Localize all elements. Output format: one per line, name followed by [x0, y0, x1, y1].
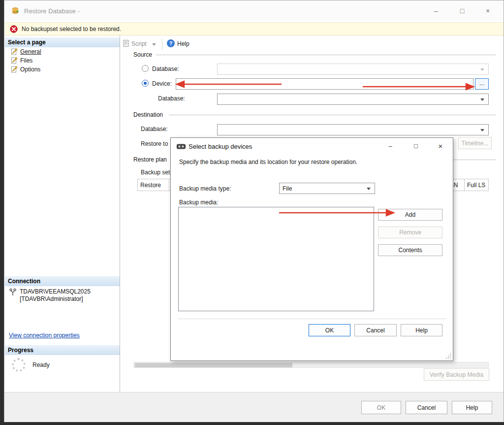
destination-database-combo[interactable]: [217, 124, 489, 135]
backup-media-type-combo[interactable]: File: [279, 183, 375, 194]
remove-button[interactable]: Remove: [378, 227, 442, 238]
chevron-down-icon: [480, 129, 484, 131]
script-button[interactable]: Script: [131, 40, 147, 47]
destination-group-line: [169, 115, 496, 115]
backup-device-icon: [177, 143, 186, 151]
restore-database-icon: [11, 7, 19, 15]
restore-database-window: Restore Database - – □ × No backupset se…: [4, 0, 504, 422]
select-backup-devices-dialog: Select backup devices – □ × Specify the …: [170, 137, 453, 361]
dialog-description: Specify the backup media and its locatio…: [179, 159, 435, 165]
window-title: Restore Database -: [24, 7, 80, 15]
column-header-restore[interactable]: Restore: [138, 179, 169, 191]
source-database-combo[interactable]: [217, 64, 489, 75]
title-bar: Restore Database - – □ ×: [4, 0, 504, 21]
warning-message: No backupset selected to be restored.: [22, 26, 121, 33]
footer-bar: OK Cancel Help: [4, 392, 504, 422]
minimize-button[interactable]: –: [425, 3, 447, 18]
select-a-page-header: Select a page: [5, 37, 120, 47]
help-icon: ?: [167, 39, 175, 47]
sidebar-item-options[interactable]: Options: [5, 65, 120, 74]
progress-header: Progress: [5, 345, 120, 355]
dialog-close-button[interactable]: ×: [431, 140, 450, 153]
view-connection-properties-link[interactable]: View connection properties: [9, 332, 80, 339]
dialog-title: Select backup devices: [189, 143, 252, 150]
chevron-down-icon: [480, 68, 484, 71]
backup-media-type-value: File: [283, 185, 292, 192]
page-icon: [11, 48, 18, 57]
help-button-footer[interactable]: Help: [452, 401, 492, 414]
ok-button[interactable]: OK: [361, 401, 401, 414]
verify-backup-media-button[interactable]: Verify Backup Media: [424, 368, 489, 381]
progress-status: Ready: [32, 361, 50, 368]
backup-media-type-label: Backup media type:: [179, 185, 231, 192]
sidebar-item-label: Files: [20, 57, 32, 64]
progress-spinner-icon: [12, 358, 26, 372]
toolbar-separator: [162, 39, 162, 50]
source-group-line: [156, 55, 496, 55]
page-icon: [11, 57, 18, 65]
source-group-label: Source: [133, 51, 152, 58]
sidebar-item-general[interactable]: General: [5, 48, 120, 57]
dialog-ok-button[interactable]: OK: [309, 324, 350, 336]
sidebar-item-label: General: [20, 48, 41, 55]
add-button[interactable]: Add: [378, 209, 442, 221]
destination-database-label: Database:: [141, 126, 168, 132]
close-button[interactable]: ×: [477, 3, 499, 18]
browse-devices-button[interactable]: ...: [475, 78, 489, 90]
backup-media-listbox[interactable]: [178, 207, 374, 311]
database-radio[interactable]: [142, 65, 149, 72]
sidebar: Select a page General Files Options Conn…: [5, 35, 120, 392]
dialog-minimize-button[interactable]: –: [379, 140, 401, 153]
chevron-down-icon: [480, 98, 484, 101]
server-connection-icon: [9, 288, 17, 297]
dialog-separator: [178, 319, 446, 319]
warning-bar: No backupset selected to be restored.: [5, 22, 504, 35]
backup-sets-label: Backup sets: [141, 169, 173, 176]
device-radio[interactable]: [142, 80, 149, 87]
connection-server: TDAVBR\VEEAMSQL2025: [20, 288, 118, 295]
dialog-help-button[interactable]: Help: [401, 324, 442, 336]
connection-header: Connection: [5, 276, 120, 286]
restore-to-label: Restore to: [141, 140, 168, 147]
resize-grip[interactable]: [445, 353, 451, 359]
chevron-down-icon: [367, 188, 371, 190]
desktop-background: Restore Database - – □ × No backupset se…: [0, 0, 504, 425]
cancel-button[interactable]: Cancel: [406, 401, 447, 414]
database-radio-label: Database:: [152, 65, 179, 72]
maximize-button[interactable]: □: [451, 3, 473, 18]
script-icon: [123, 39, 130, 49]
destination-group-label: Destination: [133, 111, 163, 118]
page-icon: [11, 66, 18, 74]
horizontal-scrollbar[interactable]: [133, 362, 489, 368]
dialog-maximize-button[interactable]: □: [405, 140, 427, 153]
device-radio-label: Device:: [152, 80, 172, 87]
column-header-full-lsn[interactable]: Full LS: [465, 179, 488, 191]
device-database-label: Database:: [158, 95, 185, 102]
backup-media-label: Backup media:: [179, 199, 218, 206]
connection-user: [TDAVBR\Administrator]: [20, 295, 118, 302]
script-dropdown-chevron-icon[interactable]: [152, 43, 156, 46]
device-path-field[interactable]: [176, 78, 473, 90]
help-button[interactable]: Help: [177, 40, 189, 47]
timeline-button[interactable]: Timeline...: [458, 137, 492, 149]
device-database-combo[interactable]: [217, 94, 489, 105]
dialog-cancel-button[interactable]: Cancel: [354, 324, 397, 336]
scrollbar-thumb[interactable]: [135, 363, 292, 367]
contents-button[interactable]: Contents: [378, 244, 442, 256]
sidebar-item-files[interactable]: Files: [5, 57, 120, 65]
restore-plan-group-label: Restore plan: [133, 156, 167, 163]
sidebar-item-label: Options: [20, 66, 40, 73]
error-icon: [10, 25, 18, 33]
